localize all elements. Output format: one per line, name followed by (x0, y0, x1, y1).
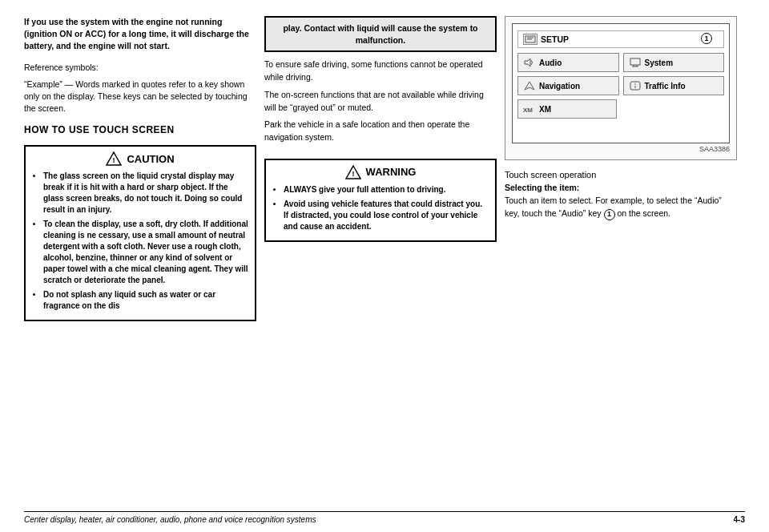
middle-para-3: Park the vehicle in a safe location and … (264, 119, 497, 144)
footer-page: 4-3 (734, 515, 745, 524)
intro-text: If you use the system with the engine no… (24, 16, 256, 53)
touch-section: Touch screen operation Selecting the ite… (505, 170, 737, 220)
caution-item-2: To clean the display, use a soft, dry cl… (43, 219, 248, 286)
warning-item-1: ALWAYS give your full attention to drivi… (284, 184, 489, 195)
warning-triangle-icon: ! (345, 165, 361, 179)
traffic-info-icon (629, 81, 642, 91)
footer-text: Center display, heater, air conditioner,… (24, 515, 316, 524)
footer: Center display, heater, air conditioner,… (24, 511, 745, 524)
svg-text:!: ! (352, 170, 354, 178)
touch-title: Touch screen operation (505, 170, 737, 179)
screen-btn-traffic-info[interactable]: Traffic Info (623, 76, 725, 95)
warning-items-list: ALWAYS give your full attention to drivi… (272, 184, 489, 232)
circle-num-top: 1 (701, 33, 712, 44)
warning-header: ! WARNING (272, 165, 489, 179)
warning-box: ! WARNING ALWAYS give your full attentio… (264, 159, 497, 242)
svg-text:!: ! (113, 156, 115, 164)
screen-diagram: 1 SETUP (505, 16, 737, 160)
saa-label: SAA3386 (512, 145, 730, 153)
screen-btn-system[interactable]: System (623, 53, 725, 72)
right-column: 1 SETUP (505, 16, 737, 503)
caution-header: ! CAUTION (32, 151, 248, 166)
main-content: If you use the system with the engine no… (24, 16, 745, 503)
caution-label: CAUTION (127, 153, 174, 165)
svg-rect-8 (630, 58, 640, 65)
audio-icon (523, 58, 536, 67)
middle-para-1: To ensure safe driving, some functions c… (264, 58, 497, 84)
how-to-heading: HOW TO USE TOUCH SCREEN (24, 124, 256, 135)
screen-setup-row: SETUP (517, 30, 724, 48)
svg-marker-12 (525, 82, 534, 90)
reference-body: “Example” — Words marked in quotes refer… (24, 79, 256, 115)
middle-body: To ensure safe driving, some functions c… (264, 58, 497, 149)
middle-column: play. Contact with liquid will cause the… (264, 16, 497, 503)
system-icon (629, 58, 642, 67)
navigation-icon (523, 81, 536, 91)
svg-text:XM: XM (523, 107, 533, 114)
liquid-warning-box: play. Contact with liquid will cause the… (264, 16, 497, 52)
screen-xm-row[interactable]: XM XM (517, 99, 617, 119)
setup-icon (523, 34, 537, 45)
warning-item-2: Avoid using vehicle features that could … (284, 199, 489, 232)
warning-label: WARNING (366, 166, 417, 178)
audio-btn-label: Audio (539, 58, 562, 67)
traffic-info-btn-label: Traffic Info (645, 82, 686, 91)
selecting-body: Touch an item to select. For example, to… (505, 195, 737, 220)
left-column: If you use the system with the engine no… (24, 16, 256, 503)
screen-diagram-inner: SETUP Audio (512, 23, 730, 143)
navigation-btn-label: Navigation (539, 82, 580, 91)
page-container: If you use the system with the engine no… (0, 0, 769, 532)
setup-label: SETUP (541, 34, 569, 44)
svg-marker-7 (525, 58, 530, 66)
xm-label: XM (539, 105, 551, 114)
xm-icon: XM (523, 104, 536, 114)
caution-item-3: Do not splash any liquid such as water o… (43, 289, 248, 312)
screen-btn-navigation[interactable]: Navigation (517, 76, 619, 95)
selecting-heading: Selecting the item: (505, 183, 737, 192)
circle-num-inline: 1 (604, 209, 615, 220)
caution-item-1: The glass screen on the liquid crystal d… (43, 171, 248, 216)
screen-grid: Audio S (517, 53, 724, 95)
middle-para-2: The on-screen functions that are not ava… (264, 89, 497, 115)
screen-btn-audio[interactable]: Audio (517, 53, 619, 72)
caution-box: ! CAUTION The glass screen on the liquid… (24, 145, 256, 321)
reference-label: Reference symbols: (24, 62, 256, 72)
system-btn-label: System (645, 58, 674, 67)
caution-triangle-icon: ! (106, 151, 122, 166)
caution-items-list: The glass screen on the liquid crystal d… (32, 171, 248, 312)
